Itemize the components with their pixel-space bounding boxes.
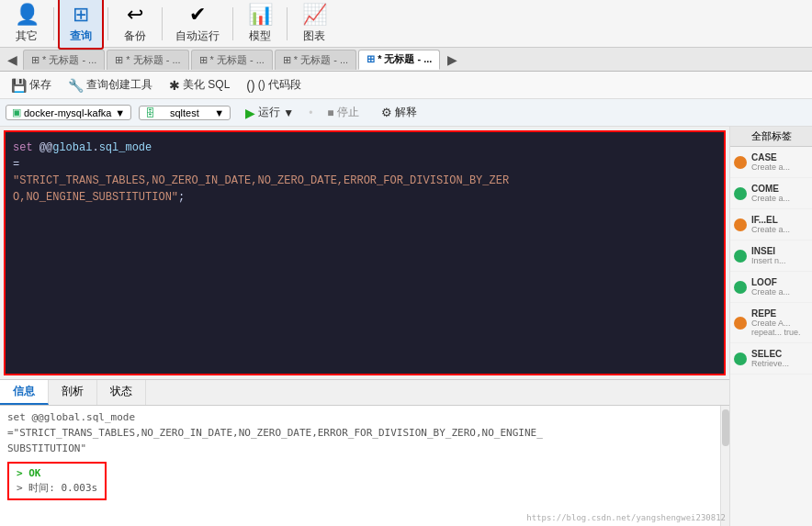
toolbar-item-chart[interactable]: 📈 图表 bbox=[291, 0, 337, 48]
snippet-dot-insert bbox=[734, 250, 747, 263]
tab-2[interactable]: ⊞ * 无标题 - ... bbox=[107, 50, 188, 70]
toolbar-label-chart: 图表 bbox=[303, 28, 325, 44]
tab-nav-prev[interactable]: ◀ bbox=[2, 50, 23, 69]
snippet-come[interactable]: COME Create a... bbox=[730, 178, 812, 209]
tab-icon-2: ⊞ bbox=[115, 54, 123, 66]
snippet-ifel[interactable]: IF...EL Create a... bbox=[730, 209, 812, 241]
tab-nav-next[interactable]: ▶ bbox=[442, 50, 463, 69]
tab-4[interactable]: ⊞ * 无标题 - ... bbox=[275, 50, 356, 70]
toolbar-divider-2 bbox=[107, 7, 108, 40]
result-ok-box: > OK > 时间: 0.003s bbox=[7, 462, 107, 500]
snippet-select[interactable]: SELEC Retrieve... bbox=[730, 343, 812, 375]
tab-icon-4: ⊞ bbox=[283, 54, 291, 66]
action-bar: 💾 保存 🔧 查询创建工具 ✱ 美化 SQL () () 代码段 bbox=[0, 72, 812, 99]
toolbar-item-backup[interactable]: ↩ 备份 bbox=[112, 0, 158, 48]
toolbar-item-other[interactable]: 👤 其它 bbox=[4, 0, 50, 48]
user-icon: 👤 bbox=[15, 3, 39, 27]
snippet-text-loop: LOOF Create a... bbox=[751, 277, 790, 297]
database-selector[interactable]: 🗄 sqltest ▼ bbox=[139, 106, 231, 120]
snippet-insert[interactable]: INSEI Insert n... bbox=[730, 241, 812, 272]
database-chevron: ▼ bbox=[214, 107, 224, 118]
tab-icon-1: ⊞ bbox=[31, 54, 39, 66]
builder-icon: 🔧 bbox=[68, 78, 84, 93]
tab-label-5: * 无标题 - ... bbox=[378, 52, 432, 66]
code-line-3: "STRICT_TRANS_TABLES,NO_ZERO_IN_DATE,NO_… bbox=[13, 173, 716, 189]
snippet-text-case: CASE Create a... bbox=[751, 152, 790, 172]
tab-status[interactable]: 状态 bbox=[97, 380, 146, 405]
tab-label-4: * 无标题 - ... bbox=[294, 53, 348, 67]
code-snippet-button[interactable]: () () 代码段 bbox=[241, 75, 307, 95]
result-ok-line: > OK bbox=[17, 467, 97, 479]
separator-1: • bbox=[309, 106, 312, 119]
stop-label: 停止 bbox=[337, 105, 359, 120]
tab-info-label: 信息 bbox=[13, 385, 35, 397]
results-panel: 信息 剖析 状态 set @@global.sql_mode ="STRICT_… bbox=[0, 379, 729, 526]
toolbar-item-model[interactable]: 📊 模型 bbox=[237, 0, 283, 48]
chart-icon: 📈 bbox=[302, 3, 327, 27]
snippet-dot-ifel bbox=[734, 218, 747, 231]
save-label: 保存 bbox=[29, 77, 51, 93]
stop-button[interactable]: ■ 停止 bbox=[320, 103, 366, 122]
result-query-text2: ="STRICT_TRANS_TABLES,NO_ZERO_IN_DATE,NO… bbox=[7, 427, 722, 439]
save-button[interactable]: 💾 保存 bbox=[6, 75, 57, 95]
backup-icon: ↩ bbox=[127, 3, 143, 27]
tab-3[interactable]: ⊞ * 无标题 - ... bbox=[191, 50, 273, 70]
snippet-dot-select bbox=[734, 353, 747, 365]
run-button[interactable]: ▶ 运行 ▼ bbox=[238, 103, 301, 122]
connection-selector[interactable]: ▣ docker-mysql-kafka ▼ bbox=[6, 105, 131, 120]
result-query-text3: SUBSTITUTION" bbox=[7, 442, 722, 454]
connection-icon: ▣ bbox=[12, 106, 21, 118]
code-line-4: O,NO_ENGINE_SUBSTITUTION"; bbox=[13, 189, 716, 206]
snippet-loop[interactable]: LOOF Create a... bbox=[730, 272, 812, 303]
snippet-icon: () bbox=[246, 78, 254, 93]
tab-label-3: * 无标题 - ... bbox=[210, 53, 265, 67]
results-scrollbar[interactable] bbox=[720, 406, 729, 526]
toolbar-item-auto[interactable]: ✔ 自动运行 bbox=[166, 0, 229, 48]
tab-1[interactable]: ⊞ * 无标题 - ... bbox=[23, 50, 105, 70]
tab-label-1: * 无标题 - ... bbox=[42, 53, 96, 67]
explain-label: 解释 bbox=[395, 105, 417, 120]
code-line-2: = bbox=[13, 156, 716, 173]
tab-5[interactable]: ⊞ * 无标题 - ... bbox=[358, 50, 440, 70]
toolbar-divider-5 bbox=[287, 7, 288, 40]
toolbar-label-model: 模型 bbox=[249, 28, 271, 44]
toolbar-label-auto: 自动运行 bbox=[175, 28, 220, 44]
snippet-text-ifel: IF...EL Create a... bbox=[751, 215, 790, 234]
code-editor[interactable]: set @@global.sql_mode = "STRICT_TRANS_TA… bbox=[4, 130, 726, 375]
beautify-button[interactable]: ✱ 美化 SQL bbox=[164, 75, 235, 95]
scrollbar-thumb bbox=[722, 409, 729, 446]
toolbar-label-other: 其它 bbox=[16, 28, 38, 44]
explain-icon: ⚙ bbox=[381, 106, 392, 119]
sidebar-header: 全部标签 bbox=[730, 127, 812, 147]
model-icon: 📊 bbox=[248, 3, 273, 27]
run-dropdown-icon: ▼ bbox=[283, 106, 294, 119]
main-toolbar: 👤 其它 ⊞ 查询 ↩ 备份 ✔ 自动运行 📊 模型 📈 图表 bbox=[0, 0, 812, 48]
database-name: sqltest bbox=[170, 107, 199, 118]
snippet-text-select: SELEC Retrieve... bbox=[751, 349, 789, 368]
result-time-line: > 时间: 0.003s bbox=[17, 481, 97, 495]
tab-profile[interactable]: 剖析 bbox=[49, 380, 97, 405]
tab-label-2: * 无标题 - ... bbox=[126, 53, 180, 67]
toolbar-item-query[interactable]: ⊞ 查询 bbox=[58, 0, 104, 50]
connection-chevron: ▼ bbox=[115, 107, 125, 118]
toolbar-label-query: 查询 bbox=[70, 28, 92, 44]
run-label: 运行 bbox=[258, 105, 280, 120]
snippet-dot-repeat bbox=[734, 317, 747, 330]
main-content: set @@global.sql_mode = "STRICT_TRANS_TA… bbox=[0, 127, 812, 526]
query-builder-label: 查询创建工具 bbox=[86, 77, 152, 93]
code-snippet-label: () 代码段 bbox=[258, 77, 301, 93]
query-builder-button[interactable]: 🔧 查询创建工具 bbox=[62, 75, 158, 95]
query-icon: ⊞ bbox=[73, 3, 89, 27]
snippet-text-come: COME Create a... bbox=[751, 184, 790, 203]
snippet-case[interactable]: CASE Create a... bbox=[730, 147, 812, 178]
snippet-repeat[interactable]: REPE Create A... repeat... true. bbox=[730, 303, 812, 343]
results-tabs: 信息 剖析 状态 bbox=[0, 380, 729, 406]
snippet-dot-loop bbox=[734, 281, 747, 294]
results-content: set @@global.sql_mode ="STRICT_TRANS_TAB… bbox=[0, 406, 729, 526]
watermark-text: https://blog.csdn.net/yangshengwei230812 bbox=[526, 513, 726, 522]
tab-status-label: 状态 bbox=[110, 385, 132, 397]
auto-icon: ✔ bbox=[189, 3, 206, 27]
tab-info[interactable]: 信息 bbox=[0, 380, 49, 405]
beautify-label: 美化 SQL bbox=[183, 77, 230, 93]
explain-button[interactable]: ⚙ 解释 bbox=[374, 103, 424, 122]
